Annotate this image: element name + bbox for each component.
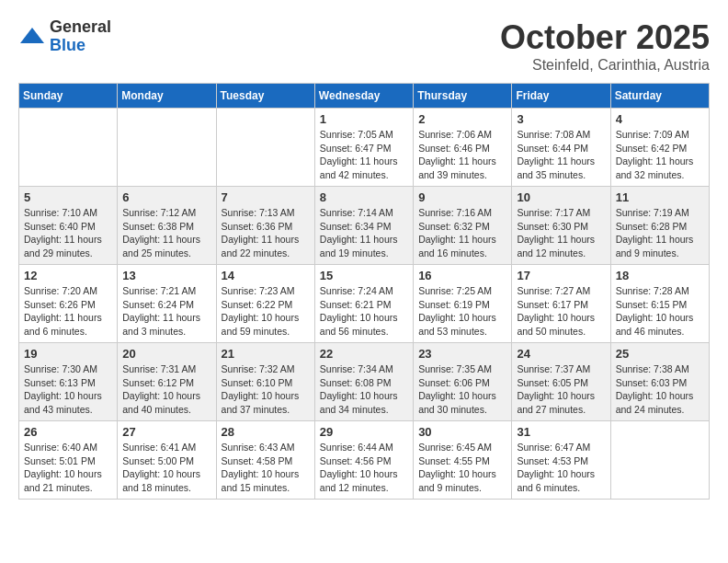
header: General Blue October 2025 Steinfeld, Car… <box>18 18 710 74</box>
day-info: Sunrise: 7:37 AM Sunset: 6:05 PM Dayligh… <box>517 362 605 417</box>
day-info: Sunrise: 7:31 AM Sunset: 6:12 PM Dayligh… <box>122 362 210 417</box>
day-info: Sunrise: 7:13 AM Sunset: 6:36 PM Dayligh… <box>222 206 310 260</box>
calendar-cell: 7Sunrise: 7:13 AM Sunset: 6:36 PM Daylig… <box>216 187 314 265</box>
calendar-cell: 18Sunrise: 7:28 AM Sunset: 6:15 PM Dayli… <box>610 265 709 343</box>
logo-blue: Blue <box>50 37 111 55</box>
day-info: Sunrise: 7:30 AM Sunset: 6:13 PM Dayligh… <box>24 362 112 417</box>
day-number: 1 <box>320 112 408 126</box>
day-number: 4 <box>616 112 704 126</box>
day-number: 14 <box>222 269 310 282</box>
calendar-cell <box>610 421 709 500</box>
day-number: 27 <box>122 425 210 439</box>
calendar-cell: 6Sunrise: 7:12 AM Sunset: 6:38 PM Daylig… <box>118 187 216 265</box>
title-area: October 2025 Steinfeld, Carinthia, Austr… <box>500 18 710 74</box>
calendar-cell: 19Sunrise: 7:30 AM Sunset: 6:13 PM Dayli… <box>19 343 118 421</box>
calendar-cell: 4Sunrise: 7:09 AM Sunset: 6:42 PM Daylig… <box>610 109 709 187</box>
subtitle: Steinfeld, Carinthia, Austria <box>500 57 710 74</box>
calendar-cell: 16Sunrise: 7:25 AM Sunset: 6:19 PM Dayli… <box>414 265 512 343</box>
day-number: 7 <box>222 190 310 204</box>
day-number: 20 <box>122 347 210 361</box>
calendar-week-row: 1Sunrise: 7:05 AM Sunset: 6:47 PM Daylig… <box>19 109 710 187</box>
day-number: 30 <box>418 425 506 439</box>
calendar-cell: 8Sunrise: 7:14 AM Sunset: 6:34 PM Daylig… <box>314 187 413 265</box>
calendar-cell: 29Sunrise: 6:44 AM Sunset: 4:56 PM Dayli… <box>314 421 413 500</box>
calendar-cell: 1Sunrise: 7:05 AM Sunset: 6:47 PM Daylig… <box>314 109 413 187</box>
calendar-cell: 2Sunrise: 7:06 AM Sunset: 6:46 PM Daylig… <box>414 109 512 187</box>
day-info: Sunrise: 7:25 AM Sunset: 6:19 PM Dayligh… <box>418 284 506 339</box>
day-info: Sunrise: 7:05 AM Sunset: 6:47 PM Dayligh… <box>320 128 408 182</box>
day-info: Sunrise: 6:47 AM Sunset: 4:53 PM Dayligh… <box>517 441 605 495</box>
day-number: 17 <box>517 269 605 282</box>
day-info: Sunrise: 7:21 AM Sunset: 6:24 PM Dayligh… <box>122 284 210 339</box>
header-row: SundayMondayTuesdayWednesdayThursdayFrid… <box>19 84 710 109</box>
calendar-cell: 12Sunrise: 7:20 AM Sunset: 6:26 PM Dayli… <box>19 265 118 343</box>
day-number: 10 <box>517 190 605 204</box>
calendar-cell: 17Sunrise: 7:27 AM Sunset: 6:17 PM Dayli… <box>512 265 610 343</box>
day-info: Sunrise: 7:06 AM Sunset: 6:46 PM Dayligh… <box>418 128 506 182</box>
calendar-week-row: 12Sunrise: 7:20 AM Sunset: 6:26 PM Dayli… <box>19 265 710 343</box>
day-number: 31 <box>517 425 605 439</box>
day-info: Sunrise: 7:09 AM Sunset: 6:42 PM Dayligh… <box>616 128 704 182</box>
calendar-cell: 13Sunrise: 7:21 AM Sunset: 6:24 PM Dayli… <box>118 265 216 343</box>
day-number: 21 <box>222 347 310 361</box>
day-info: Sunrise: 7:27 AM Sunset: 6:17 PM Dayligh… <box>517 284 605 339</box>
day-number: 24 <box>517 347 605 361</box>
calendar-cell: 15Sunrise: 7:24 AM Sunset: 6:21 PM Dayli… <box>314 265 413 343</box>
calendar-cell: 31Sunrise: 6:47 AM Sunset: 4:53 PM Dayli… <box>512 421 610 500</box>
weekday-header: Saturday <box>610 84 709 109</box>
logo-text: General Blue <box>50 18 111 55</box>
day-info: Sunrise: 7:24 AM Sunset: 6:21 PM Dayligh… <box>320 284 408 339</box>
day-number: 2 <box>418 112 506 126</box>
logo-general: General <box>50 18 111 37</box>
weekday-header: Wednesday <box>314 84 413 109</box>
calendar-cell: 3Sunrise: 7:08 AM Sunset: 6:44 PM Daylig… <box>512 109 610 187</box>
calendar-table: SundayMondayTuesdayWednesdayThursdayFrid… <box>18 83 710 500</box>
day-info: Sunrise: 7:28 AM Sunset: 6:15 PM Dayligh… <box>616 284 704 339</box>
day-info: Sunrise: 6:43 AM Sunset: 4:58 PM Dayligh… <box>222 441 310 495</box>
day-info: Sunrise: 7:32 AM Sunset: 6:10 PM Dayligh… <box>222 362 310 417</box>
day-number: 29 <box>320 425 408 439</box>
day-number: 3 <box>517 112 605 126</box>
calendar-cell: 5Sunrise: 7:10 AM Sunset: 6:40 PM Daylig… <box>19 187 118 265</box>
calendar-cell <box>118 109 216 187</box>
logo: General Blue <box>18 18 111 55</box>
calendar-cell: 25Sunrise: 7:38 AM Sunset: 6:03 PM Dayli… <box>610 343 709 421</box>
day-info: Sunrise: 6:44 AM Sunset: 4:56 PM Dayligh… <box>320 441 408 495</box>
day-info: Sunrise: 7:38 AM Sunset: 6:03 PM Dayligh… <box>616 362 704 417</box>
day-info: Sunrise: 7:14 AM Sunset: 6:34 PM Dayligh… <box>320 206 408 260</box>
calendar-cell: 10Sunrise: 7:17 AM Sunset: 6:30 PM Dayli… <box>512 187 610 265</box>
calendar-cell: 23Sunrise: 7:35 AM Sunset: 6:06 PM Dayli… <box>414 343 512 421</box>
weekday-header: Friday <box>512 84 610 109</box>
calendar-cell <box>216 109 314 187</box>
calendar-cell: 14Sunrise: 7:23 AM Sunset: 6:22 PM Dayli… <box>216 265 314 343</box>
weekday-header: Thursday <box>414 84 512 109</box>
logo-icon <box>18 23 46 51</box>
day-number: 5 <box>24 190 112 204</box>
day-info: Sunrise: 7:08 AM Sunset: 6:44 PM Dayligh… <box>517 128 605 182</box>
calendar-cell: 30Sunrise: 6:45 AM Sunset: 4:55 PM Dayli… <box>414 421 512 500</box>
day-info: Sunrise: 6:45 AM Sunset: 4:55 PM Dayligh… <box>418 441 506 495</box>
calendar-cell: 21Sunrise: 7:32 AM Sunset: 6:10 PM Dayli… <box>216 343 314 421</box>
day-info: Sunrise: 7:35 AM Sunset: 6:06 PM Dayligh… <box>418 362 506 417</box>
day-info: Sunrise: 7:10 AM Sunset: 6:40 PM Dayligh… <box>24 206 112 260</box>
calendar-cell: 9Sunrise: 7:16 AM Sunset: 6:32 PM Daylig… <box>414 187 512 265</box>
calendar-cell: 20Sunrise: 7:31 AM Sunset: 6:12 PM Dayli… <box>118 343 216 421</box>
day-number: 11 <box>616 190 704 204</box>
calendar-week-row: 5Sunrise: 7:10 AM Sunset: 6:40 PM Daylig… <box>19 187 710 265</box>
calendar-cell: 28Sunrise: 6:43 AM Sunset: 4:58 PM Dayli… <box>216 421 314 500</box>
day-number: 22 <box>320 347 408 361</box>
month-title: October 2025 <box>500 18 710 57</box>
day-number: 16 <box>418 269 506 282</box>
weekday-header: Sunday <box>19 84 118 109</box>
day-info: Sunrise: 6:40 AM Sunset: 5:01 PM Dayligh… <box>24 441 112 495</box>
calendar-cell: 22Sunrise: 7:34 AM Sunset: 6:08 PM Dayli… <box>314 343 413 421</box>
day-number: 9 <box>418 190 506 204</box>
calendar-week-row: 26Sunrise: 6:40 AM Sunset: 5:01 PM Dayli… <box>19 421 710 500</box>
day-info: Sunrise: 7:34 AM Sunset: 6:08 PM Dayligh… <box>320 362 408 417</box>
day-number: 23 <box>418 347 506 361</box>
calendar-cell <box>19 109 118 187</box>
day-info: Sunrise: 7:16 AM Sunset: 6:32 PM Dayligh… <box>418 206 506 260</box>
day-info: Sunrise: 7:19 AM Sunset: 6:28 PM Dayligh… <box>616 206 704 260</box>
calendar-cell: 26Sunrise: 6:40 AM Sunset: 5:01 PM Dayli… <box>19 421 118 500</box>
day-number: 8 <box>320 190 408 204</box>
